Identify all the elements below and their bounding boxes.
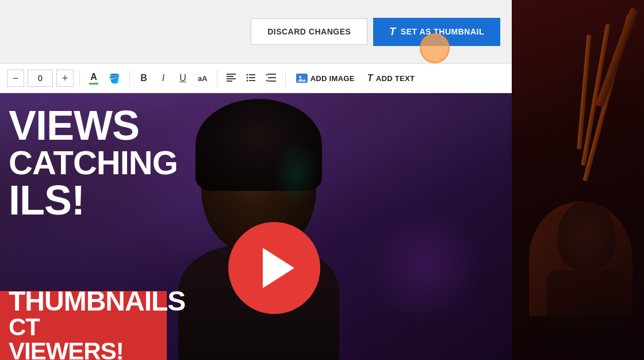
- font-size-input[interactable]: [28, 70, 53, 87]
- bold-button[interactable]: B: [136, 71, 152, 86]
- underline-button[interactable]: U: [175, 71, 191, 86]
- svg-rect-12: [268, 81, 276, 82]
- play-triangle-icon: [263, 248, 294, 288]
- play-button: [228, 222, 320, 314]
- add-image-icon: [296, 74, 308, 83]
- thumbnail-t-icon: T: [389, 26, 396, 38]
- svg-point-6: [246, 76, 248, 78]
- face-accent-light: [273, 139, 319, 208]
- right-panel: [512, 0, 644, 360]
- add-image-label: ADD IMAGE: [310, 74, 355, 83]
- separator-2: [129, 70, 130, 86]
- svg-point-16: [299, 76, 301, 78]
- text-color-button[interactable]: A: [86, 70, 102, 87]
- svg-marker-13: [266, 74, 268, 75]
- add-image-button[interactable]: ADD IMAGE: [292, 71, 359, 85]
- add-text-icon: T: [367, 73, 373, 83]
- svg-rect-7: [249, 77, 255, 78]
- text-catching: CATCHING: [9, 146, 158, 179]
- svg-rect-2: [227, 78, 236, 79]
- italic-button[interactable]: I: [155, 71, 171, 86]
- text-ils: ILS!: [9, 179, 158, 221]
- add-text-label: ADD TEXT: [376, 74, 415, 83]
- list-icon: [246, 74, 255, 83]
- svg-rect-0: [227, 74, 236, 75]
- editor-area: DISCARD CHANGES T SET AS THUMBNAIL − + A…: [0, 0, 512, 360]
- separator-1: [79, 70, 80, 86]
- paint-bucket-button[interactable]: 🪣: [105, 71, 124, 86]
- text-color-icon: A: [89, 72, 98, 85]
- svg-rect-5: [249, 74, 255, 75]
- svg-rect-3: [227, 81, 232, 82]
- align-left-icon: [227, 74, 236, 83]
- svg-marker-14: [266, 80, 268, 82]
- text-thumbnails: THUMBNAILS: [9, 288, 158, 315]
- svg-rect-9: [249, 80, 255, 81]
- svg-rect-1: [227, 76, 233, 77]
- svg-point-4: [246, 74, 248, 75]
- text-viewers: CT VIEWERS!: [9, 315, 158, 360]
- separator-4: [285, 70, 286, 86]
- add-text-button[interactable]: T ADD TEXT: [363, 71, 419, 86]
- font-size-increase-button[interactable]: +: [56, 70, 74, 87]
- font-size-decrease-button[interactable]: −: [7, 70, 24, 87]
- svg-rect-11: [268, 77, 276, 78]
- svg-point-8: [246, 79, 248, 81]
- text-views: VIEWS: [9, 105, 158, 146]
- bottom-red-banner: THUMBNAILS CT VIEWERS!: [0, 291, 167, 360]
- list-button[interactable]: [243, 71, 259, 86]
- play-circle: [228, 222, 320, 314]
- align-left-button[interactable]: [223, 71, 239, 86]
- thumbnail-label: SET AS THUMBNAIL: [401, 27, 484, 36]
- separator-3: [217, 70, 217, 86]
- text-case-button[interactable]: aA: [194, 72, 211, 85]
- line-spacing-button[interactable]: [262, 71, 279, 86]
- toolbar: − + A 🪣 B I U aA: [0, 63, 512, 93]
- svg-rect-10: [268, 74, 276, 75]
- orange-circle-indicator: [420, 33, 450, 63]
- canvas-area: VIEWS CATCHING ILS! THUMBNAILS CT VIEWER…: [0, 93, 512, 360]
- discard-changes-button[interactable]: DISCARD CHANGES: [251, 18, 367, 45]
- paint-bucket-icon: 🪣: [109, 73, 120, 84]
- line-spacing-icon: [266, 74, 276, 83]
